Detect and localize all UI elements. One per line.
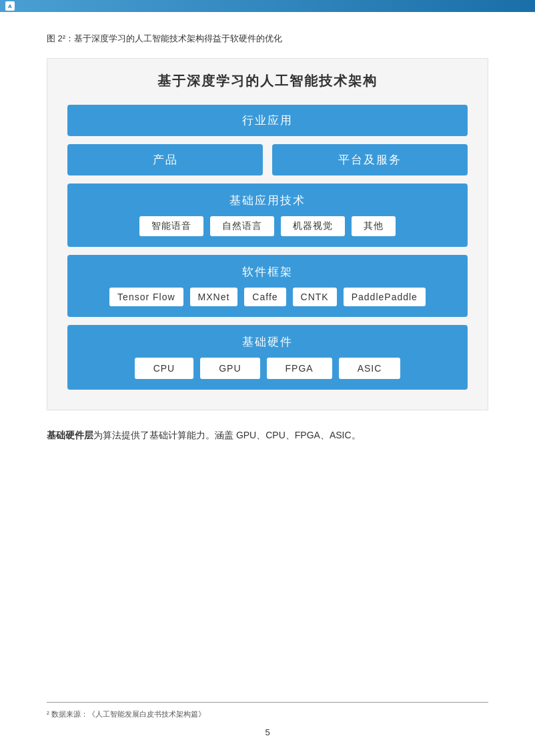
sub-item-cpu: CPU: [135, 358, 194, 379]
paragraph-normal: 为算法提供了基础计算能力。涵盖 GPU、CPU、FPGA、ASIC。: [93, 430, 361, 440]
software-items: Tensor Flow MXNet Caffe CNTK PaddlePaddl…: [78, 288, 457, 306]
figure-caption: 图 2²：基于深度学习的人工智能技术架构得益于软硬件的优化: [47, 32, 488, 46]
foundation-apps-items: 智能语音 自然语言 机器视觉 其他: [78, 216, 457, 236]
top-bar-icon: A: [5, 1, 15, 11]
sub-item-asic: ASIC: [339, 358, 401, 379]
footer-line: [47, 702, 488, 703]
software-title: 软件框架: [78, 264, 457, 280]
sub-item-fpga: FPGA: [267, 358, 332, 379]
layer-industry: 行业应用: [67, 105, 468, 136]
industry-bar: 行业应用: [67, 105, 468, 136]
layer-foundation-apps: 基础应用技术 智能语音 自然语言 机器视觉 其他: [67, 183, 468, 247]
sub-item-tensorflow: Tensor Flow: [109, 288, 183, 306]
hardware-title: 基础硬件: [78, 334, 457, 350]
sub-item-cntk: CNTK: [293, 288, 337, 306]
foundation-apps-title: 基础应用技术: [78, 193, 457, 208]
page-number: 5: [0, 727, 535, 737]
sub-item-gpu: GPU: [200, 358, 259, 379]
top-bar: A: [0, 0, 535, 12]
layer-product-platform: 产品 平台及服务: [67, 144, 468, 175]
page-content: 图 2²：基于深度学习的人工智能技术架构得益于软硬件的优化 基于深度学习的人工智…: [0, 12, 535, 484]
product-bar: 产品: [67, 144, 263, 175]
footnote: ² 数据来源：《人工智能发展白皮书技术架构篇》: [47, 709, 205, 719]
sub-item-other: 其他: [352, 216, 396, 236]
sub-item-nlp: 自然语言: [210, 216, 274, 236]
sub-item-mxnet: MXNet: [190, 288, 238, 306]
paragraph-bold: 基础硬件层: [47, 430, 93, 440]
platform-bar: 平台及服务: [272, 144, 468, 175]
layer-hardware: 基础硬件 CPU GPU FPGA ASIC: [67, 325, 468, 390]
page: A 图 2²：基于深度学习的人工智能技术架构得益于软硬件的优化 基于深度学习的人…: [0, 0, 535, 756]
hardware-items: CPU GPU FPGA ASIC: [78, 358, 457, 379]
layer-software: 软件框架 Tensor Flow MXNet Caffe CNTK Paddle…: [67, 255, 468, 317]
sub-item-caffe: Caffe: [244, 288, 286, 306]
sub-item-vision: 机器视觉: [281, 216, 345, 236]
sub-item-voice: 智能语音: [139, 216, 203, 236]
paragraph: 基础硬件层为算法提供了基础计算能力。涵盖 GPU、CPU、FPGA、ASIC。: [47, 426, 488, 444]
diagram-container: 基于深度学习的人工智能技术架构 行业应用 产品 平台及服务 基础应用技术 智能语…: [47, 58, 488, 410]
sub-item-paddlepaddle: PaddlePaddle: [344, 288, 426, 306]
diagram-title: 基于深度学习的人工智能技术架构: [67, 72, 468, 90]
